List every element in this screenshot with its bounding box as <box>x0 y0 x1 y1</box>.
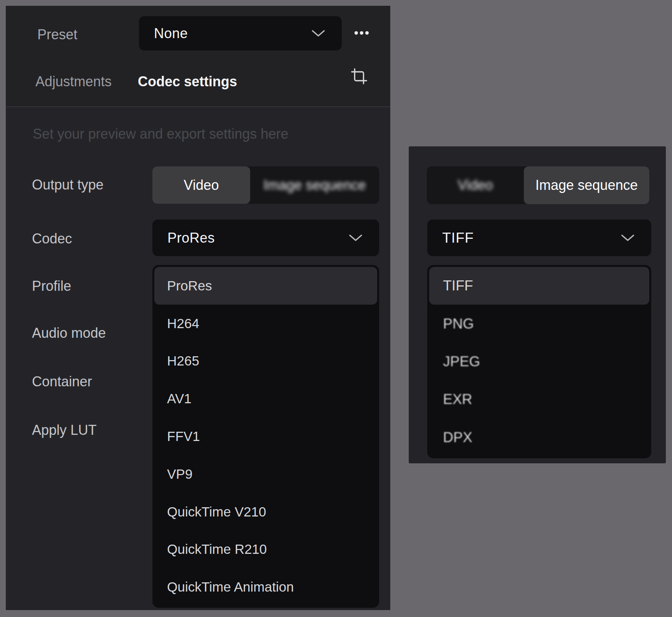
toggle-option-image-sequence[interactable]: Image sequence <box>250 166 379 204</box>
format-menu: TIFF PNG JPEG EXR DPX <box>427 265 651 458</box>
menu-item-quicktime-animation[interactable]: QuickTime Animation <box>154 568 377 606</box>
screenshot-root: { "colors": { "page_background": "#6a686… <box>0 0 672 617</box>
menu-item-exr[interactable]: EXR <box>429 381 649 418</box>
chevron-down-icon <box>349 235 362 241</box>
chevron-down-icon <box>621 235 634 241</box>
menu-item-vp9[interactable]: VP9 <box>154 455 377 493</box>
menu-item-ffv1[interactable]: FFV1 <box>154 417 377 455</box>
more-options-button[interactable] <box>352 29 371 37</box>
codec-dropdown[interactable]: ProRes <box>152 220 379 256</box>
tab-codec-settings[interactable]: Codec settings <box>138 74 237 90</box>
preset-label: Preset <box>37 27 77 43</box>
menu-item-png[interactable]: PNG <box>429 305 649 342</box>
toggle-option-video[interactable]: Video <box>427 166 524 204</box>
panel-header: Preset None Adjustments Codec settings <box>6 6 390 107</box>
menu-item-quicktime-v210[interactable]: QuickTime V210 <box>154 493 377 531</box>
menu-item-quicktime-r210[interactable]: QuickTime R210 <box>154 530 377 568</box>
preset-dropdown[interactable]: None <box>139 16 342 50</box>
menu-item-av1[interactable]: AV1 <box>154 380 377 417</box>
toggle-option-image-sequence[interactable]: Image sequence <box>524 166 649 204</box>
menu-item-h265[interactable]: H265 <box>154 342 377 380</box>
toggle-option-video[interactable]: Video <box>152 166 250 204</box>
format-dropdown-value: TIFF <box>442 230 474 246</box>
menu-item-h264[interactable]: H264 <box>154 305 377 342</box>
preset-dropdown-value: None <box>154 25 188 42</box>
format-dropdown[interactable]: TIFF <box>427 220 651 256</box>
field-label-codec: Codec <box>32 231 72 247</box>
codec-menu: ProRes H264 H265 AV1 FFV1 VP9 QuickTime … <box>152 265 379 608</box>
crop-button[interactable] <box>350 67 368 85</box>
chevron-down-icon <box>312 30 325 37</box>
codec-dropdown-value: ProRes <box>167 230 215 246</box>
crop-icon <box>350 67 368 85</box>
output-type-toggle: Video Image sequence <box>152 166 379 204</box>
field-label-apply-lut: Apply LUT <box>32 422 97 438</box>
export-settings-panel: Preset None Adjustments Codec settings S… <box>6 6 390 610</box>
field-label-audio-mode: Audio mode <box>32 325 106 341</box>
field-label-profile: Profile <box>32 278 71 294</box>
menu-item-tiff[interactable]: TIFF <box>429 267 649 305</box>
image-sequence-settings-panel: Video Image sequence TIFF TIFF PNG JPEG … <box>409 146 666 463</box>
tab-adjustments[interactable]: Adjustments <box>35 74 112 90</box>
field-label-container: Container <box>32 374 92 390</box>
ellipsis-icon <box>354 31 358 35</box>
menu-item-prores[interactable]: ProRes <box>154 267 377 305</box>
field-label-output-type: Output type <box>32 177 104 193</box>
settings-hint: Set your preview and export settings her… <box>33 126 288 142</box>
menu-item-dpx[interactable]: DPX <box>429 419 649 456</box>
output-type-toggle: Video Image sequence <box>427 166 649 204</box>
menu-item-jpeg[interactable]: JPEG <box>429 343 649 381</box>
